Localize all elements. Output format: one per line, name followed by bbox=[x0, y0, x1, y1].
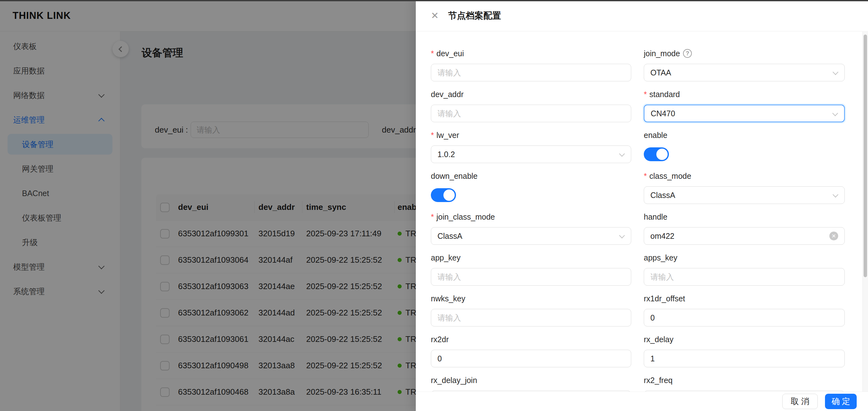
toggle-knob bbox=[443, 189, 455, 201]
rx-delay-input[interactable] bbox=[650, 354, 838, 363]
dev-addr-input[interactable] bbox=[437, 109, 625, 118]
drawer-header: ✕ 节点档案配置 bbox=[416, 0, 868, 31]
field-label: dev_eui bbox=[436, 49, 464, 58]
class-mode-select[interactable]: ClassA bbox=[644, 186, 845, 204]
select-value: ClassA bbox=[437, 232, 462, 241]
drawer-body: *dev_eui join_mode? OTAA dev_addr *stand… bbox=[416, 32, 862, 391]
select-value: CN470 bbox=[651, 109, 675, 118]
node-profile-drawer: ✕ 节点档案配置 *dev_eui join_mode? OTAA dev_ad… bbox=[416, 0, 868, 411]
field-label: down_enable bbox=[431, 172, 478, 181]
down-enable-toggle[interactable] bbox=[431, 188, 456, 202]
nwks-key-input[interactable] bbox=[437, 313, 625, 322]
scrollbar-thumb[interactable] bbox=[864, 35, 867, 277]
chevron-down-icon bbox=[619, 233, 625, 238]
field-rx-delay: rx_delay bbox=[644, 335, 845, 367]
chevron-down-icon bbox=[619, 151, 625, 156]
join-mode-select[interactable]: OTAA bbox=[644, 64, 845, 81]
drawer-footer: 取 消 确 定 bbox=[416, 391, 868, 411]
required-mark: * bbox=[644, 90, 647, 99]
apps-key-input[interactable] bbox=[650, 272, 838, 282]
field-dev-addr: dev_addr bbox=[431, 90, 631, 122]
field-lw-ver: *lw_ver 1.0.2 bbox=[431, 130, 631, 163]
cancel-button[interactable]: 取 消 bbox=[782, 394, 818, 409]
chevron-down-icon bbox=[833, 192, 838, 197]
field-label: dev_addr bbox=[431, 90, 464, 99]
select-value: OTAA bbox=[650, 68, 671, 77]
field-label: rx2dr bbox=[431, 335, 449, 344]
enable-toggle[interactable] bbox=[644, 147, 669, 161]
field-enable: enable bbox=[644, 130, 845, 163]
window-top-edge bbox=[0, 0, 868, 1]
field-label: join_mode bbox=[644, 49, 680, 58]
field-label: apps_key bbox=[644, 253, 677, 262]
join-class-mode-select[interactable]: ClassA bbox=[431, 227, 631, 245]
field-label: app_key bbox=[431, 253, 461, 262]
field-dev-eui: *dev_eui bbox=[431, 49, 631, 81]
chevron-down-icon bbox=[833, 69, 838, 75]
required-mark: * bbox=[431, 131, 434, 140]
field-rx2dr: rx2dr bbox=[431, 335, 631, 367]
rx2dr-input[interactable] bbox=[437, 354, 625, 363]
field-rx2-freq: rx2_freq bbox=[644, 376, 845, 391]
field-label: rx2_freq bbox=[644, 376, 673, 385]
field-label: rx_delay bbox=[644, 335, 674, 344]
clear-icon[interactable]: ✕ bbox=[829, 232, 838, 240]
field-label: class_mode bbox=[649, 172, 691, 181]
app-key-input[interactable] bbox=[437, 272, 625, 282]
rx1dr-offset-input[interactable] bbox=[650, 313, 838, 322]
field-label: standard bbox=[649, 90, 680, 99]
lw-ver-select[interactable]: 1.0.2 bbox=[431, 145, 631, 163]
drawer-scrollbar bbox=[862, 32, 868, 391]
field-join-mode: join_mode? OTAA bbox=[644, 49, 845, 81]
field-label: rx1dr_offset bbox=[644, 294, 685, 303]
field-nwks-key: nwks_key bbox=[431, 294, 631, 326]
screen: THINK LINK 仪表板 应用数据 网络数据 运维管理 设备管理 网关管理 … bbox=[0, 0, 868, 411]
field-handle: handle ✕ bbox=[644, 212, 845, 245]
required-mark: * bbox=[644, 172, 647, 181]
field-rx-delay-join: rx_delay_join bbox=[431, 376, 631, 391]
field-label: rx_delay_join bbox=[431, 376, 477, 385]
field-standard: *standard CN470 bbox=[644, 90, 845, 122]
field-label: lw_ver bbox=[436, 131, 459, 140]
field-rx1dr-offset: rx1dr_offset bbox=[644, 294, 845, 326]
node-profile-form: *dev_eui join_mode? OTAA dev_addr *stand… bbox=[431, 49, 845, 391]
field-app-key: app_key bbox=[431, 253, 631, 286]
help-icon[interactable]: ? bbox=[683, 49, 692, 58]
field-label: join_class_mode bbox=[436, 212, 495, 222]
toggle-knob bbox=[656, 149, 668, 160]
field-label: enable bbox=[644, 131, 667, 140]
select-value: ClassA bbox=[650, 191, 675, 200]
select-value: 1.0.2 bbox=[437, 150, 455, 159]
drawer-title: 节点档案配置 bbox=[448, 10, 501, 22]
field-join-class-mode: *join_class_mode ClassA bbox=[431, 212, 631, 245]
standard-select[interactable]: CN470 bbox=[644, 105, 845, 122]
required-mark: * bbox=[431, 212, 434, 222]
field-apps-key: apps_key bbox=[644, 253, 845, 286]
field-class-mode: *class_mode ClassA bbox=[644, 171, 845, 204]
field-label: nwks_key bbox=[431, 294, 465, 303]
close-icon[interactable]: ✕ bbox=[431, 11, 439, 21]
field-label: handle bbox=[644, 212, 667, 222]
field-down-enable: down_enable bbox=[431, 171, 631, 204]
required-mark: * bbox=[431, 49, 434, 58]
chevron-down-icon bbox=[832, 110, 838, 116]
handle-input[interactable] bbox=[650, 232, 838, 241]
confirm-button[interactable]: 确 定 bbox=[825, 394, 857, 409]
dev-eui-input[interactable] bbox=[437, 68, 625, 77]
